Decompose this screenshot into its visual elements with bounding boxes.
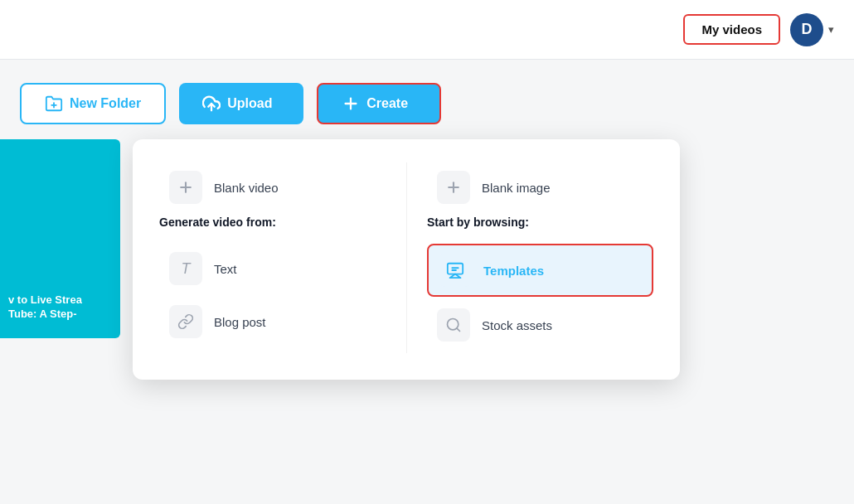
upload-icon	[202, 94, 221, 113]
upload-button[interactable]: Upload	[179, 83, 303, 124]
user-menu[interactable]: D ▾	[790, 13, 834, 46]
create-button[interactable]: Create	[317, 83, 441, 124]
blank-video-item[interactable]: Blank video	[159, 162, 393, 212]
create-label: Create	[366, 96, 408, 111]
text-T-icon: T	[182, 260, 191, 278]
blog-post-item[interactable]: Blog post	[159, 297, 393, 346]
action-buttons-row: New Folder Upload Create	[20, 83, 834, 124]
browse-section-header: Start by browsing:	[427, 216, 653, 229]
svg-line-14	[457, 328, 460, 332]
plus-icon	[177, 179, 194, 196]
dropdown-right-col: Blank image Start by browsing: Templ	[406, 162, 653, 353]
blog-post-label: Blog post	[214, 315, 266, 329]
link-icon	[177, 313, 194, 330]
chevron-down-icon: ▾	[828, 23, 834, 36]
new-folder-button[interactable]: New Folder	[20, 83, 166, 124]
text-icon-box: T	[169, 252, 202, 285]
blank-video-label: Blank video	[214, 181, 279, 195]
avatar: D	[790, 13, 823, 46]
header: My videos D ▾	[0, 0, 854, 60]
thumbnail-line2: Tube: A Step-	[8, 308, 82, 322]
dropdown-left-col: Blank video Generate video from: T Text	[159, 162, 406, 353]
blog-post-icon-box	[169, 305, 202, 338]
thumbnail-text: v to Live Strea Tube: A Step-	[8, 293, 82, 322]
dropdown-grid: Blank video Generate video from: T Text	[159, 162, 653, 353]
templates-label: Templates	[483, 264, 544, 278]
svg-rect-9	[448, 264, 463, 274]
my-videos-button[interactable]: My videos	[683, 14, 780, 45]
new-folder-label: New Folder	[70, 96, 141, 111]
stock-assets-icon-box	[437, 308, 470, 342]
plus-icon-2	[445, 179, 462, 196]
blank-video-icon-box	[169, 171, 202, 204]
main-content: New Folder Upload Create v to Live Strea…	[0, 60, 854, 124]
text-item-label: Text	[214, 262, 237, 276]
templates-icon-box	[439, 254, 472, 287]
templates-icon	[446, 261, 464, 279]
blank-image-label: Blank image	[482, 181, 551, 195]
new-folder-icon	[45, 94, 63, 113]
thumbnail-preview: v to Live Strea Tube: A Step-	[0, 139, 120, 338]
search-icon	[445, 317, 462, 333]
generate-section-header: Generate video from:	[159, 216, 393, 229]
upload-label: Upload	[227, 96, 272, 111]
blank-image-item[interactable]: Blank image	[427, 162, 653, 212]
stock-assets-item[interactable]: Stock assets	[427, 300, 653, 350]
create-dropdown: Blank video Generate video from: T Text	[133, 139, 680, 380]
create-plus-icon	[342, 94, 360, 113]
thumbnail-line1: v to Live Strea	[8, 293, 82, 308]
blank-image-icon-box	[437, 171, 470, 204]
text-item[interactable]: T Text	[159, 244, 393, 293]
templates-item[interactable]: Templates	[427, 244, 653, 297]
stock-assets-label: Stock assets	[482, 318, 552, 332]
